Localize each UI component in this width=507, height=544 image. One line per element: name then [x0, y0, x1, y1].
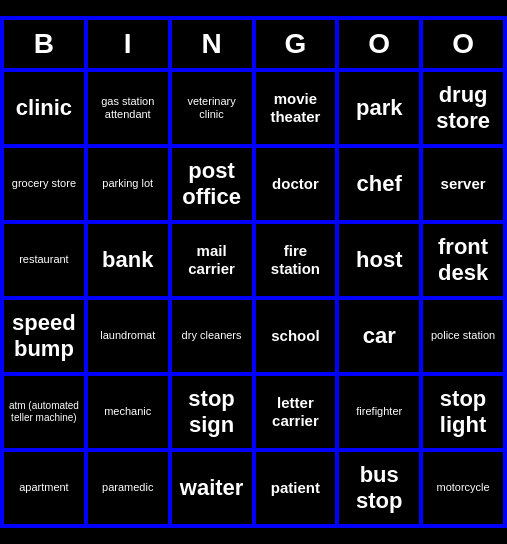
cell-text: server [427, 175, 499, 193]
grid-cell: speed bump [2, 298, 86, 374]
cell-text: apartment [8, 481, 80, 494]
header-letter: O [421, 18, 505, 70]
cell-text: host [343, 247, 415, 273]
cell-text: school [260, 327, 332, 345]
grid-cell: police station [421, 298, 505, 374]
cell-text: mechanic [92, 405, 164, 418]
header-letter: B [2, 18, 86, 70]
cell-text: mail carrier [176, 242, 248, 278]
cell-text: letter carrier [260, 394, 332, 430]
grid-cell: restaurant [2, 222, 86, 298]
grid-cell: car [337, 298, 421, 374]
grid-cell: letter carrier [254, 374, 338, 450]
grid-cell: paramedic [86, 450, 170, 526]
cell-text: park [343, 95, 415, 121]
grid-cell: front desk [421, 222, 505, 298]
grid-cell: school [254, 298, 338, 374]
grid-cell: doctor [254, 146, 338, 222]
header-letter: N [170, 18, 254, 70]
cell-text: speed bump [8, 310, 80, 363]
cell-text: waiter [176, 475, 248, 501]
grid-cell: grocery store [2, 146, 86, 222]
grid-cell: gas station attendant [86, 70, 170, 146]
header-letter: I [86, 18, 170, 70]
cell-text: grocery store [8, 177, 80, 190]
cell-text: restaurant [8, 253, 80, 266]
bingo-card: BINGOO clinicgas station attendantveteri… [0, 16, 507, 528]
cell-text: paramedic [92, 481, 164, 494]
grid-cell: server [421, 146, 505, 222]
grid-cell: dry cleaners [170, 298, 254, 374]
grid-cell: clinic [2, 70, 86, 146]
cell-text: post office [176, 158, 248, 211]
grid-cell: parking lot [86, 146, 170, 222]
cell-text: front desk [427, 234, 499, 287]
cell-text: bank [92, 247, 164, 273]
cell-text: stop light [427, 386, 499, 439]
header-letter: O [337, 18, 421, 70]
grid-cell: host [337, 222, 421, 298]
grid-cell: drug store [421, 70, 505, 146]
cell-text: motorcycle [427, 481, 499, 494]
grid-cell: mechanic [86, 374, 170, 450]
cell-text: clinic [8, 95, 80, 121]
grid-cell: stop light [421, 374, 505, 450]
cell-text: laundromat [92, 329, 164, 342]
cell-text: atm (automated teller machine) [8, 400, 80, 424]
grid-cell: waiter [170, 450, 254, 526]
cell-text: veterinary clinic [176, 95, 248, 121]
grid-cell: bank [86, 222, 170, 298]
cell-text: firefighter [343, 405, 415, 418]
cell-text: bus stop [343, 462, 415, 515]
grid-cell: apartment [2, 450, 86, 526]
grid-cell: movie theater [254, 70, 338, 146]
grid-cell: patient [254, 450, 338, 526]
bingo-header: BINGOO [2, 18, 505, 70]
grid-cell: atm (automated teller machine) [2, 374, 86, 450]
cell-text: car [343, 323, 415, 349]
cell-text: patient [260, 479, 332, 497]
cell-text: police station [427, 329, 499, 342]
grid-cell: veterinary clinic [170, 70, 254, 146]
cell-text: parking lot [92, 177, 164, 190]
grid-cell: mail carrier [170, 222, 254, 298]
grid-cell: post office [170, 146, 254, 222]
grid-cell: chef [337, 146, 421, 222]
cell-text: stop sign [176, 386, 248, 439]
cell-text: chef [343, 171, 415, 197]
header-letter: G [254, 18, 338, 70]
cell-text: dry cleaners [176, 329, 248, 342]
grid-cell: motorcycle [421, 450, 505, 526]
grid-cell: fire station [254, 222, 338, 298]
cell-text: doctor [260, 175, 332, 193]
cell-text: drug store [427, 82, 499, 135]
bingo-grid: clinicgas station attendantveterinary cl… [2, 70, 505, 526]
grid-cell: firefighter [337, 374, 421, 450]
cell-text: gas station attendant [92, 95, 164, 121]
cell-text: fire station [260, 242, 332, 278]
grid-cell: park [337, 70, 421, 146]
cell-text: movie theater [260, 90, 332, 126]
grid-cell: bus stop [337, 450, 421, 526]
grid-cell: laundromat [86, 298, 170, 374]
grid-cell: stop sign [170, 374, 254, 450]
